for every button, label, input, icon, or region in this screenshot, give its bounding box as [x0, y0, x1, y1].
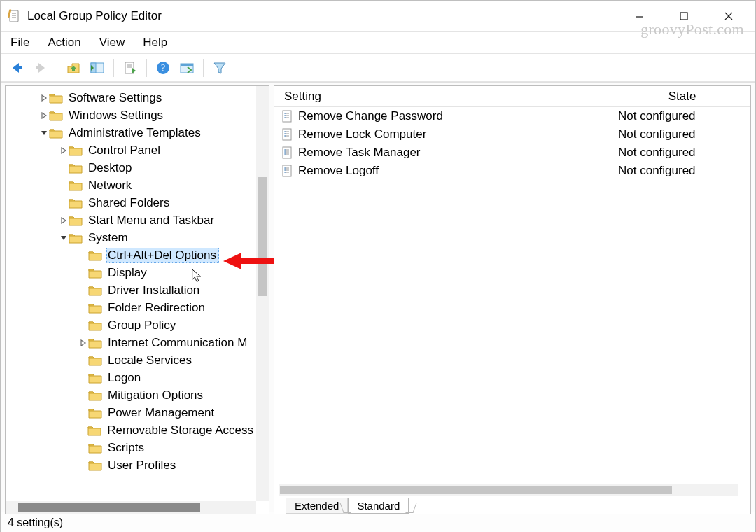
svg-text:?: ? — [161, 63, 165, 74]
tree-item-label: Folder Redirection — [106, 300, 208, 316]
list-pane: Setting State Remove Change PasswordNot … — [274, 85, 751, 514]
menu-action[interactable]: Action — [46, 34, 82, 51]
tree-item[interactable]: Control Panel — [6, 141, 256, 159]
folder-icon — [69, 215, 83, 226]
tree-item[interactable]: Start Menu and Taskbar — [6, 211, 256, 229]
tree-item[interactable]: Network — [6, 176, 256, 194]
chevron-right-icon[interactable] — [59, 214, 69, 227]
tree-item[interactable]: Folder Redirection — [6, 299, 256, 316]
tree-item[interactable]: Desktop — [6, 159, 256, 176]
list-row[interactable]: Remove Lock ComputerNot configured — [274, 125, 750, 144]
tree-item[interactable]: Ctrl+Alt+Del Options — [6, 246, 256, 264]
tab-standard[interactable]: Standard — [348, 498, 409, 514]
export-list-button[interactable] — [120, 57, 141, 78]
folder-icon — [69, 162, 83, 174]
chevron-right-icon[interactable] — [78, 336, 88, 350]
policy-setting-icon — [281, 110, 294, 122]
folder-icon — [88, 442, 102, 454]
toolbar: ? — [1, 54, 755, 82]
tab-extended[interactable]: Extended — [286, 498, 348, 514]
folder-icon — [88, 320, 102, 331]
column-setting[interactable]: Setting — [274, 90, 614, 104]
tree-item[interactable]: Administrative Templates — [6, 124, 256, 141]
svg-point-32 — [284, 133, 286, 134]
tree-item[interactable]: Internet Communication M — [6, 334, 256, 351]
tree-item[interactable]: Removable Storage Access — [6, 421, 256, 439]
svg-point-38 — [284, 149, 286, 150]
list-row[interactable]: Remove Task ManagerNot configured — [274, 144, 750, 162]
tree-item[interactable]: Mitigation Options — [6, 386, 256, 404]
menu-file[interactable]: File — [9, 34, 31, 51]
chevron-down-icon[interactable] — [59, 231, 69, 245]
menu-help[interactable]: Help — [141, 34, 169, 51]
toolbar-separator — [113, 59, 114, 77]
status-bar: 4 setting(s) — [1, 512, 755, 532]
app-window: Local Group Policy Editor groovyPost.com… — [0, 0, 756, 532]
setting-state: Not configured — [614, 127, 750, 141]
scrollbar-thumb[interactable] — [258, 177, 267, 296]
tree-item-label: Network — [87, 178, 134, 193]
svg-point-46 — [284, 169, 286, 171]
tree-item[interactable]: Locale Services — [6, 351, 256, 369]
svg-point-24 — [284, 113, 286, 114]
menu-view[interactable]: View — [98, 34, 127, 51]
svg-rect-34 — [283, 147, 291, 158]
tree-item[interactable]: Software Settings — [6, 89, 256, 106]
tree-item-label: Removable Storage Access — [106, 423, 256, 438]
filter-button[interactable] — [209, 57, 230, 78]
setting-state: Not configured — [614, 109, 750, 123]
folder-icon — [88, 250, 102, 261]
scrollbar-thumb[interactable] — [280, 486, 672, 494]
list-row[interactable]: Remove LogoffNot configured — [274, 162, 750, 180]
tree-item[interactable]: Shared Folders — [6, 194, 256, 211]
tree-item-label: Shared Folders — [87, 195, 172, 211]
chevron-right-icon[interactable] — [39, 108, 49, 122]
minimize-button[interactable] — [617, 2, 662, 30]
maximize-button[interactable] — [662, 2, 706, 30]
chevron-right-icon[interactable] — [39, 91, 49, 105]
back-button[interactable] — [6, 57, 27, 78]
properties-button[interactable] — [176, 57, 197, 78]
status-text: 4 setting(s) — [8, 517, 63, 529]
tree-horizontal-scrollbar[interactable] — [6, 501, 256, 514]
tree-item[interactable]: Scripts — [6, 439, 256, 456]
tree-item[interactable]: System — [6, 229, 256, 246]
show-hide-tree-button[interactable] — [87, 57, 108, 78]
folder-icon — [69, 145, 83, 156]
setting-state: Not configured — [614, 146, 750, 160]
folder-icon — [49, 92, 63, 104]
tree-vertical-scrollbar[interactable] — [256, 86, 269, 501]
tree-item-label: Group Policy — [106, 318, 178, 333]
help-button[interactable]: ? — [153, 57, 174, 78]
policy-list[interactable]: Remove Change PasswordNot configuredRemo… — [274, 107, 750, 486]
tree-item[interactable]: Power Management — [6, 404, 256, 421]
policy-setting-icon — [281, 146, 294, 159]
toolbar-separator — [57, 59, 57, 77]
tree-item-label: Mitigation Options — [106, 388, 206, 403]
chevron-right-icon[interactable] — [59, 144, 69, 158]
titlebar: Local Group Policy Editor — [1, 1, 755, 31]
folder-icon — [69, 232, 83, 244]
policy-setting-icon — [281, 164, 294, 177]
list-row[interactable]: Remove Change PasswordNot configured — [274, 107, 750, 125]
tree-item-label: Control Panel — [87, 143, 163, 158]
tree-item[interactable]: Logon — [6, 369, 256, 386]
folder-icon — [69, 197, 83, 209]
folder-icon — [49, 127, 63, 139]
scrollbar-thumb[interactable] — [18, 503, 200, 512]
column-state[interactable]: State — [614, 90, 750, 104]
svg-point-25 — [284, 115, 286, 116]
tree-item[interactable]: Display — [6, 264, 256, 281]
up-button[interactable] — [63, 57, 84, 78]
tree-item-label: Driver Installation — [106, 283, 202, 298]
tree-item[interactable]: Windows Settings — [6, 106, 256, 124]
chevron-down-icon[interactable] — [39, 126, 49, 140]
list-horizontal-scrollbar[interactable] — [279, 484, 738, 496]
forward-button[interactable] — [30, 57, 51, 78]
tree-item[interactable]: User Profiles — [6, 456, 256, 474]
tree-item[interactable]: Driver Installation — [6, 281, 256, 299]
close-button[interactable] — [706, 2, 751, 30]
tree[interactable]: Software SettingsWindows SettingsAdminis… — [6, 86, 256, 501]
tree-item[interactable]: Group Policy — [6, 316, 256, 334]
folder-icon — [88, 267, 102, 279]
